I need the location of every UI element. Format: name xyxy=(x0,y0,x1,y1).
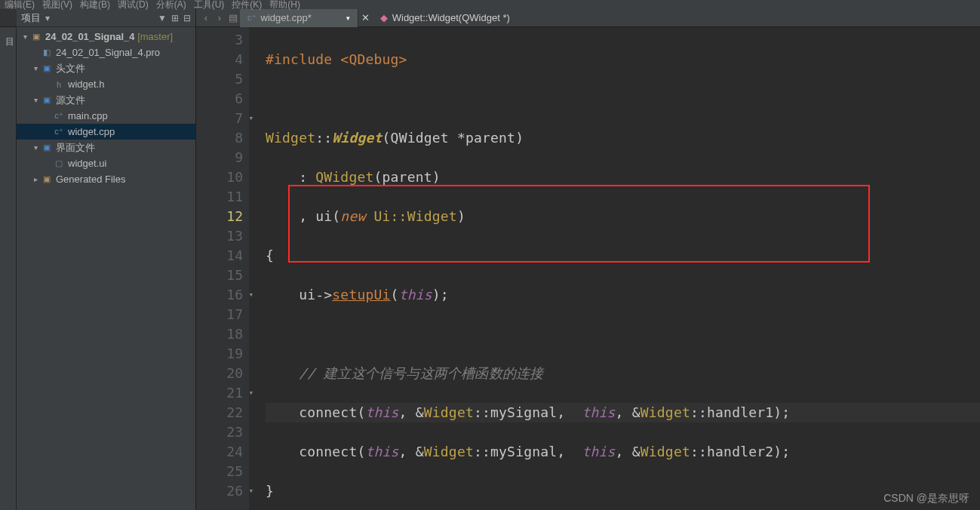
line-number[interactable]: 19 xyxy=(196,344,243,364)
line-number[interactable]: 21 xyxy=(196,383,243,403)
line-number[interactable]: 20 xyxy=(196,364,243,383)
menu-view[interactable]: 视图(V) xyxy=(42,0,72,11)
line-number[interactable]: 24 xyxy=(196,442,243,462)
line-number[interactable]: 7 xyxy=(196,109,243,128)
folder-icon: ▣ xyxy=(41,174,53,186)
tree-forms[interactable]: ▾ ▣ 界面文件 xyxy=(17,140,195,155)
project-icon: ▣ xyxy=(30,31,42,43)
folder-icon: ▣ xyxy=(41,142,53,154)
menu-edit[interactable]: 编辑(E) xyxy=(5,0,35,11)
tree-main-cpp[interactable]: c⁺ main.cpp xyxy=(17,108,195,124)
menu-widgets[interactable]: 控件(K) xyxy=(232,0,262,11)
tree-headers[interactable]: ▾ ▣ 头文件 xyxy=(17,60,195,76)
watermark: CSDN @是奈思呀 xyxy=(883,492,969,505)
line-number[interactable]: 25 xyxy=(196,462,243,481)
line-number[interactable]: 10 xyxy=(196,167,243,187)
tree-forms-label: 界面文件 xyxy=(56,141,95,155)
tree-root[interactable]: ▾ ▣ 24_02_01_Signal_4 [master] xyxy=(17,29,195,45)
tree-root-label: 24_02_01_Signal_4 xyxy=(45,31,135,42)
code-editor[interactable]: 3456789101112131415161718192021222324252… xyxy=(196,27,980,510)
tree-generated-label: Generated Files xyxy=(56,174,126,185)
branch-label: [master] xyxy=(137,31,173,42)
line-number[interactable]: 23 xyxy=(196,422,243,442)
menu-build[interactable]: 构建(B) xyxy=(80,0,110,11)
cpp-file-icon: c⁺ xyxy=(247,13,257,23)
line-number[interactable]: 16 xyxy=(196,285,243,305)
folder-icon: ▣ xyxy=(41,94,53,106)
tree-sources-label: 源文件 xyxy=(56,94,85,107)
line-number[interactable]: 6 xyxy=(196,89,243,109)
tab-dropdown-icon[interactable]: ▾ xyxy=(316,14,350,22)
tree-widget-h-label: widget.h xyxy=(68,78,104,90)
project-label: 项目 xyxy=(21,11,41,25)
line-number[interactable]: 11 xyxy=(196,187,243,207)
tree-sources[interactable]: ▾ ▣ 源文件 xyxy=(17,92,195,108)
line-number[interactable]: 26 xyxy=(196,481,243,501)
symbol-icon: ◆ xyxy=(380,12,388,23)
menu-analyze[interactable]: 分析(A) xyxy=(156,0,186,11)
expand-arrow-icon[interactable]: ▾ xyxy=(30,96,41,104)
tree-pro-label: 24_02_01_Signal_4.pro xyxy=(56,47,160,58)
menu-help[interactable]: 帮助(H) xyxy=(269,0,300,11)
expand-arrow-icon[interactable]: ▾ xyxy=(30,64,41,72)
breadcrumb-symbol[interactable]: Widget::Widget(QWidget *) xyxy=(392,12,510,23)
editor-area: ‹ › ▤ c⁺ widget.cpp* ▾ ✕ ◆ Widget::Widge… xyxy=(196,9,980,510)
line-number[interactable]: 4 xyxy=(196,50,243,69)
tab-close-icon[interactable]: ✕ xyxy=(358,12,373,23)
line-number[interactable]: 22 xyxy=(196,403,243,422)
line-number[interactable]: 3 xyxy=(196,30,243,50)
tree-generated[interactable]: ▸ ▣ Generated Files xyxy=(17,171,195,187)
collapse-icon[interactable]: ⊟ xyxy=(183,13,191,23)
nav-forward-icon[interactable]: › xyxy=(213,12,226,23)
menu-debug[interactable]: 调试(D) xyxy=(118,0,149,11)
ui-file-icon: ▢ xyxy=(53,158,65,170)
cpp-file-icon: c⁺ xyxy=(53,110,65,122)
folder-icon: ▣ xyxy=(41,63,53,75)
menu-bar: 编辑(E) 视图(V) 构建(B) 调试(D) 分析(A) 工具(U) 控件(K… xyxy=(0,0,980,9)
tree-widget-ui[interactable]: ▢ widget.ui xyxy=(17,155,195,171)
nav-back-icon[interactable]: ‹ xyxy=(199,12,213,23)
line-number[interactable]: 9 xyxy=(196,148,243,167)
collapse-arrow-icon[interactable]: ▸ xyxy=(30,175,41,183)
expand-arrow-icon[interactable]: ▾ xyxy=(30,143,41,152)
menu-tools[interactable]: 工具(U) xyxy=(194,0,225,11)
line-number[interactable]: 8 xyxy=(196,128,243,148)
tree-widget-h[interactable]: h widget.h xyxy=(17,76,195,92)
h-file-icon: h xyxy=(53,78,65,91)
expand-arrow-icon[interactable]: ▾ xyxy=(20,32,30,41)
tree-widget-cpp[interactable]: c⁺ widget.cpp xyxy=(17,124,195,140)
editor-tab-widget-cpp[interactable]: c⁺ widget.cpp* ▾ xyxy=(240,9,358,27)
tree-headers-label: 头文件 xyxy=(56,62,85,75)
line-number[interactable]: 12 xyxy=(196,207,243,226)
pro-file-icon: ◧ xyxy=(41,47,53,59)
line-number[interactable]: 15 xyxy=(196,266,243,285)
filter-icon[interactable]: ▼ xyxy=(158,13,167,23)
cpp-file-icon: c⁺ xyxy=(53,126,65,138)
tree-widget-ui-label: widget.ui xyxy=(68,158,106,169)
project-panel-header: 项目 ▾ ▼ ⊞ ⊟ xyxy=(17,9,195,27)
tree-pro-file[interactable]: ◧ 24_02_01_Signal_4.pro xyxy=(17,45,195,60)
line-number-gutter[interactable]: 3456789101112131415161718192021222324252… xyxy=(196,27,249,510)
tree-widget-cpp-label: widget.cpp xyxy=(68,126,115,137)
dropdown-icon[interactable]: ▾ xyxy=(45,13,50,23)
line-number[interactable]: 13 xyxy=(196,226,243,246)
editor-tab-label: widget.cpp* xyxy=(261,12,312,23)
tree-main-cpp-label: main.cpp xyxy=(68,110,108,121)
split-icon[interactable]: ⊞ xyxy=(171,13,179,23)
line-number[interactable]: 18 xyxy=(196,324,243,344)
line-number[interactable]: 5 xyxy=(196,69,243,89)
side-gutter: 目 xyxy=(0,27,17,510)
editor-tab-bar: ‹ › ▤ c⁺ widget.cpp* ▾ ✕ ◆ Widget::Widge… xyxy=(196,9,980,27)
line-number[interactable]: 14 xyxy=(196,246,243,266)
code-content[interactable]: #include <QDebug> Widget::Widget(QWidget… xyxy=(249,27,980,510)
project-tree[interactable]: ▾ ▣ 24_02_01_Signal_4 [master] ◧ 24_02_0… xyxy=(17,27,195,189)
bookmark-icon[interactable]: ▤ xyxy=(226,12,240,23)
line-number[interactable]: 17 xyxy=(196,305,243,324)
project-panel: 项目 ▾ ▼ ⊞ ⊟ ▾ ▣ 24_02_01_Signal_4 [master… xyxy=(17,9,196,510)
